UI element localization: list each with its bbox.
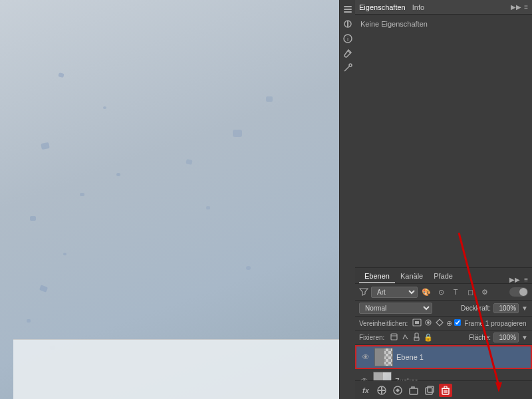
new-layer-button[interactable]: [423, 384, 436, 397]
flaeche-input[interactable]: [493, 332, 519, 342]
opacity-arrow[interactable]: ▼: [521, 305, 528, 312]
info-side-icon[interactable]: i: [341, 32, 354, 45]
adjust-side-icon[interactable]: [341, 17, 354, 31]
tab-pfade[interactable]: Pfade: [428, 270, 458, 283]
opacity-label: Deckkraft:: [461, 305, 491, 312]
blend-mode-select[interactable]: Normal: [359, 303, 432, 314]
side-toolbar: i: [339, 0, 355, 399]
thumb-zucker: [373, 372, 392, 381]
layer-list: 👁 Ebene 1 👁 Zucker 👁: [355, 345, 532, 380]
layers-side-icon[interactable]: [341, 3, 354, 16]
layers-tabs: Ebenen Kanäle Pfade ▶▶ ≡: [355, 268, 532, 284]
svg-rect-10: [415, 321, 419, 324]
layers-menu-icon[interactable]: ≡: [524, 276, 528, 283]
canvas-area: [0, 0, 339, 399]
fix-icon-4[interactable]: 🔒: [424, 333, 433, 342]
fix-icon-3[interactable]: [412, 332, 421, 342]
layers-bottom-toolbar: fx: [355, 380, 532, 399]
v-icon-1[interactable]: [412, 319, 422, 328]
flaeche-arrow[interactable]: ▼: [521, 334, 528, 341]
flaeche-label: Fläche:: [469, 334, 491, 341]
tab-kanaele[interactable]: Kanäle: [395, 270, 428, 283]
fix-icon-2[interactable]: [401, 332, 410, 342]
layer-row-zucker[interactable]: 👁 Zucker: [355, 369, 532, 380]
layers-expand-icon[interactable]: ▶▶: [509, 276, 520, 283]
svg-rect-26: [444, 386, 447, 388]
thumb-ebene1: [374, 348, 393, 366]
add-mask-button[interactable]: [375, 384, 388, 397]
filter-icon-3[interactable]: T: [450, 286, 462, 298]
filter-icon-4[interactable]: ◻: [464, 286, 476, 298]
properties-panel: Eigenschaften Info ▶▶ ≡ Keine Eigenschaf…: [355, 0, 532, 268]
svg-rect-0: [344, 6, 352, 7]
filter-icon-5[interactable]: ⚙: [479, 286, 491, 298]
expand-icon[interactable]: ▶▶: [511, 3, 521, 11]
svg-point-8: [349, 64, 352, 66]
vereinheitlichen-label: Vereinheitlichen:: [359, 320, 408, 327]
properties-header: Eigenschaften Info ▶▶ ≡: [355, 0, 532, 15]
brush-side-icon[interactable]: [341, 47, 354, 60]
frame-checkbox-label: Frame 1 propagieren: [454, 319, 526, 327]
blend-opacity-row: Normal Deckkraft: ▼: [355, 301, 532, 317]
tab-info[interactable]: Info: [412, 3, 424, 11]
layers-tab-icons: ▶▶ ≡: [509, 276, 528, 283]
menu-icon[interactable]: ≡: [524, 3, 528, 11]
svg-rect-1: [344, 9, 352, 10]
properties-tabs: Eigenschaften Info: [359, 3, 511, 11]
filter-toggle[interactable]: [509, 287, 528, 297]
v-icon-2[interactable]: [424, 319, 433, 328]
layers-panel: Ebenen Kanäle Pfade ▶▶ ≡ Art 🎨 ⊙ T: [355, 268, 532, 399]
properties-header-icons: ▶▶ ≡: [511, 3, 528, 11]
fixieren-row: Fixieren: 🔒 Fläche: ▼: [355, 331, 532, 345]
filter-icon-2[interactable]: ⊙: [435, 286, 447, 298]
magic-side-icon[interactable]: [341, 61, 354, 74]
frame-checkbox[interactable]: [454, 319, 461, 326]
layers-filter-row: Art 🎨 ⊙ T ◻ ⚙: [355, 284, 532, 301]
svg-rect-19: [381, 387, 382, 394]
filter-icon: [359, 287, 368, 297]
svg-rect-22: [426, 388, 432, 394]
eye-icon-zucker[interactable]: 👁: [359, 376, 370, 381]
right-sections: Eigenschaften Info ▶▶ ≡ Keine Eigenschaf…: [355, 0, 532, 399]
filter-icon-1[interactable]: 🎨: [420, 286, 432, 298]
vereinheitlichen-row: Vereinheitlichen: ⊕ Frame 1 propagieren: [355, 317, 532, 331]
svg-rect-21: [410, 388, 418, 394]
svg-rect-2: [344, 11, 352, 13]
svg-point-12: [427, 321, 430, 324]
layer-name-zucker: Zucker: [395, 377, 528, 381]
tab-eigenschaften[interactable]: Eigenschaften: [359, 3, 406, 11]
svg-rect-13: [391, 334, 397, 340]
adjustment-button[interactable]: [391, 384, 404, 397]
main-layout: i Eigenschaften Info: [0, 0, 532, 399]
svg-text:i: i: [347, 36, 348, 43]
eye-icon-ebene1[interactable]: 👁: [360, 352, 371, 362]
svg-rect-4: [347, 21, 348, 27]
fixieren-label: Fixieren:: [359, 334, 384, 341]
v-icon-3[interactable]: [435, 319, 444, 328]
properties-content: Keine Eigenschaften: [355, 15, 532, 267]
opacity-input[interactable]: [493, 303, 519, 313]
v-icon-4[interactable]: ⊕: [446, 319, 452, 328]
fx-button[interactable]: fx: [359, 384, 372, 397]
layer-row-ebene1[interactable]: 👁 Ebene 1: [355, 345, 532, 369]
fix-icon-1[interactable]: [390, 332, 398, 342]
tab-ebenen[interactable]: Ebenen: [359, 270, 395, 283]
no-properties-label: Keine Eigenschaften: [360, 20, 428, 28]
canvas-image: [0, 0, 339, 399]
group-button[interactable]: [407, 384, 420, 397]
delete-layer-button[interactable]: [439, 384, 452, 397]
layer-name-ebene1: Ebene 1: [396, 353, 527, 361]
filter-select[interactable]: Art: [371, 287, 418, 298]
